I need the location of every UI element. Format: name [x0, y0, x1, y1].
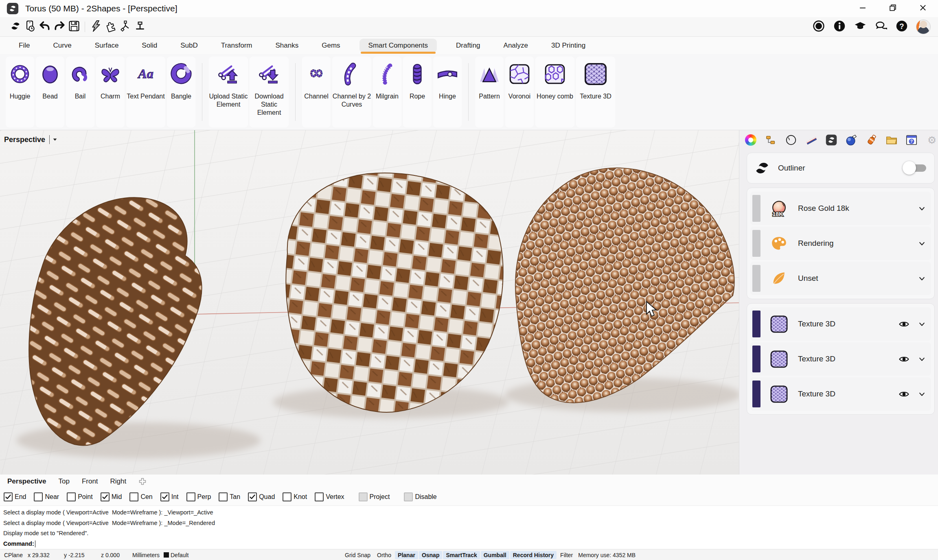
status-millimeters[interactable]: Millimeters — [132, 552, 164, 558]
osnap-near[interactable]: Near — [34, 492, 59, 501]
osnap-checkbox-int[interactable] — [160, 492, 169, 501]
layer-row-unset[interactable]: Unset — [750, 262, 931, 295]
panel-tab-sphere[interactable] — [785, 133, 797, 146]
osnap-checkbox-knot[interactable] — [283, 492, 291, 501]
osnap-point[interactable]: Point — [67, 492, 92, 501]
tab-analyze[interactable]: Analyze — [500, 39, 532, 52]
status-toggle-smarttrack[interactable]: SmartTrack — [443, 551, 480, 559]
academy-button[interactable] — [854, 20, 866, 33]
visibility-eye-icon[interactable] — [899, 389, 910, 400]
record-button[interactable] — [812, 20, 825, 33]
tab-file[interactable]: File — [15, 39, 34, 52]
ribbon-item-bail[interactable]: Bail — [66, 57, 94, 127]
chat-button[interactable] — [874, 20, 887, 33]
status-x-29-332[interactable]: x 29.332 — [28, 552, 64, 558]
osnap-checkbox-quad[interactable] — [248, 492, 257, 501]
viewport-tab-top[interactable]: Top — [58, 477, 69, 486]
outliner-toggle[interactable] — [903, 164, 926, 172]
status-toggle-osnap[interactable]: Osnap — [419, 551, 443, 559]
osnap-checkbox-mid[interactable] — [101, 492, 110, 501]
panel-tab-color-wheel[interactable] — [745, 133, 757, 146]
viewport-canvas[interactable]: Perspective — [0, 130, 739, 475]
template-button[interactable] — [24, 20, 36, 33]
tab-3d-printing[interactable]: 3D Printing — [547, 39, 590, 52]
ribbon-item-hinge[interactable]: Hinge — [433, 57, 462, 127]
tab-transform[interactable]: Transform — [217, 39, 256, 52]
osnap-end[interactable]: End — [4, 492, 26, 501]
info-button[interactable] — [833, 20, 846, 33]
ribbon-item-rope[interactable]: Rope — [403, 57, 432, 127]
status-default[interactable]: Default — [164, 552, 192, 558]
minimize-button[interactable] — [857, 2, 869, 15]
tab-shanks[interactable]: Shanks — [272, 39, 303, 52]
redo-button[interactable] — [53, 20, 66, 33]
help-button[interactable]: ? — [895, 20, 908, 33]
ribbon-item-pattern[interactable]: Pattern — [475, 57, 504, 127]
twoshapes-logo-button[interactable] — [9, 20, 22, 33]
osnap-checkbox-near[interactable] — [34, 492, 43, 501]
ribbon-item-bead[interactable]: Bead — [36, 57, 64, 127]
chevron-down-icon[interactable] — [918, 205, 925, 212]
osnap-checkbox-perp[interactable] — [186, 492, 195, 501]
chevron-down-icon[interactable] — [918, 356, 925, 363]
tab-smart-components[interactable]: Smart Components — [359, 39, 437, 52]
ribbon-item-text-pendant[interactable]: AaText Pendant — [126, 57, 165, 127]
panel-tab-glue[interactable] — [865, 133, 877, 146]
tab-curve[interactable]: Curve — [49, 39, 75, 52]
panel-tab-help-window[interactable]: ? — [905, 133, 918, 146]
ribbon-item-charm[interactable]: Charm — [96, 57, 125, 127]
tab-subd[interactable]: SubD — [176, 39, 202, 52]
undo-button[interactable] — [38, 20, 51, 33]
layer-row-rendering[interactable]: Rendering — [750, 227, 931, 260]
viewport-title-menu[interactable]: Perspective — [4, 135, 58, 144]
status-toggle-grid-snap[interactable]: Grid Snap — [342, 551, 373, 559]
ribbon-item-bangle[interactable]: Bangle — [167, 57, 195, 127]
status-toggle-planar[interactable]: Planar — [395, 551, 418, 559]
osnap-cen[interactable]: Cen — [129, 492, 152, 501]
osnap-vertex[interactable]: Vertex — [315, 492, 344, 501]
ribbon-item-download-static-element[interactable]: Download Static Element — [250, 57, 289, 127]
osnap-checkbox-vertex[interactable] — [315, 492, 324, 501]
ribbon-item-voronoi[interactable]: Voronoi — [505, 57, 534, 127]
layer-row-rose-gold-18k[interactable]: 18KRose Gold 18k — [750, 192, 931, 225]
chevron-down-icon[interactable] — [918, 391, 925, 398]
osnap-project[interactable]: Project — [359, 492, 390, 501]
viewport-tab-perspective[interactable]: Perspective — [7, 477, 46, 486]
panel-tab-folder[interactable] — [885, 133, 898, 146]
command-area[interactable]: Select a display mode ( Viewport=Active … — [0, 505, 938, 549]
ribbon-item-texture-3d[interactable]: Texture 3D — [576, 57, 615, 127]
ribbon-item-upload-static-element[interactable]: Upload Static Element — [209, 57, 248, 127]
layer-row-texture-3d[interactable]: Texture 3D — [750, 377, 931, 411]
control-points-button[interactable] — [119, 20, 131, 33]
viewport-tab-right[interactable]: Right — [110, 477, 127, 486]
osnap-checkbox-end[interactable] — [4, 492, 13, 501]
viewport-add-icon[interactable] — [138, 477, 147, 486]
panel-tab-twoshapes-s[interactable] — [825, 133, 837, 146]
command-prompt-line[interactable]: Command: — [3, 539, 938, 549]
ribbon-item-honey-comb[interactable]: Honey comb — [535, 57, 574, 127]
osnap-knot[interactable]: Knot — [283, 492, 307, 501]
status-cplane[interactable]: CPlane — [4, 552, 28, 558]
osnap-quad[interactable]: Quad — [248, 492, 275, 501]
ribbon-item-channel[interactable]: ∞∞Channel — [302, 57, 331, 127]
ribbon-item-channel-by-2-curves[interactable]: Channel by 2 Curves — [332, 57, 371, 127]
tab-surface[interactable]: Surface — [91, 39, 123, 52]
layer-row-texture-3d[interactable]: Texture 3D — [750, 307, 931, 341]
status-toggle-filter[interactable]: Filter — [557, 551, 576, 559]
ribbon-item-milgrain[interactable]: Milgrain — [373, 57, 401, 127]
status-y-2-215[interactable]: y -2.215 — [64, 552, 101, 558]
panel-tab-settings-gear[interactable]: ⚙ — [926, 133, 938, 146]
osnap-checkbox-point[interactable] — [67, 492, 76, 501]
tab-gems[interactable]: Gems — [318, 39, 344, 52]
osnap-perp[interactable]: Perp — [186, 492, 211, 501]
status-toggle-gumball[interactable]: Gumball — [481, 551, 509, 559]
panel-tab-cake[interactable] — [805, 133, 817, 146]
plugins-button[interactable] — [104, 20, 117, 33]
chevron-down-icon[interactable] — [918, 240, 925, 247]
user-avatar[interactable] — [916, 20, 931, 34]
chevron-down-icon[interactable] — [918, 275, 925, 282]
ribbon-item-huggie[interactable]: Huggie — [6, 57, 34, 127]
panel-tab-material-ball[interactable] — [845, 133, 857, 146]
chevron-down-icon[interactable] — [918, 321, 925, 328]
save-button[interactable] — [68, 20, 80, 33]
